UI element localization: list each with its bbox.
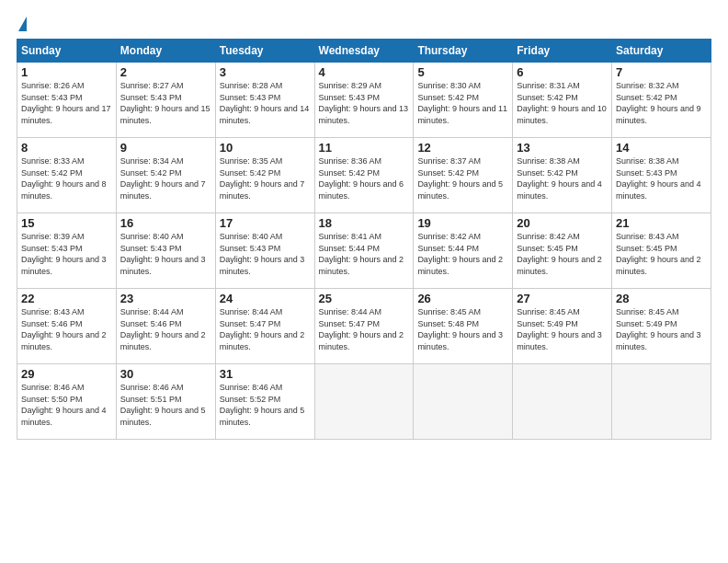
weekday-wednesday: Wednesday <box>314 40 414 63</box>
cell-info: Sunrise: 8:42 AMSunset: 5:45 PMDaylight:… <box>517 232 602 276</box>
calendar-cell: 11Sunrise: 8:36 AMSunset: 5:42 PMDayligh… <box>314 138 414 213</box>
week-row-1: 1Sunrise: 8:26 AMSunset: 5:43 PMDaylight… <box>17 63 711 138</box>
cell-info: Sunrise: 8:28 AMSunset: 5:43 PMDaylight:… <box>220 81 310 125</box>
cell-info: Sunrise: 8:45 AMSunset: 5:49 PMDaylight:… <box>616 307 701 351</box>
day-number: 9 <box>120 141 211 155</box>
calendar-cell: 24Sunrise: 8:44 AMSunset: 5:47 PMDayligh… <box>215 289 314 364</box>
logo <box>17 17 27 31</box>
cell-info: Sunrise: 8:36 AMSunset: 5:42 PMDaylight:… <box>319 156 404 201</box>
calendar-cell: 30Sunrise: 8:46 AMSunset: 5:51 PMDayligh… <box>116 364 215 440</box>
cell-info: Sunrise: 8:38 AMSunset: 5:42 PMDaylight:… <box>517 156 602 201</box>
calendar-cell <box>414 364 513 440</box>
calendar-cell: 29Sunrise: 8:46 AMSunset: 5:50 PMDayligh… <box>17 364 117 440</box>
day-number: 5 <box>417 65 508 79</box>
calendar-cell: 15Sunrise: 8:39 AMSunset: 5:43 PMDayligh… <box>17 213 117 289</box>
week-row-4: 22Sunrise: 8:43 AMSunset: 5:46 PMDayligh… <box>17 289 711 364</box>
cell-info: Sunrise: 8:37 AMSunset: 5:42 PMDaylight:… <box>417 156 503 201</box>
header <box>17 17 711 31</box>
calendar-cell: 20Sunrise: 8:42 AMSunset: 5:45 PMDayligh… <box>513 213 612 289</box>
calendar-cell <box>314 364 414 440</box>
weekday-friday: Friday <box>513 40 612 63</box>
calendar-cell <box>513 364 612 440</box>
calendar-cell: 8Sunrise: 8:33 AMSunset: 5:42 PMDaylight… <box>17 138 117 213</box>
day-number: 19 <box>417 216 508 230</box>
day-number: 20 <box>517 216 608 230</box>
cell-info: Sunrise: 8:39 AMSunset: 5:43 PMDaylight:… <box>21 232 107 276</box>
cell-info: Sunrise: 8:29 AMSunset: 5:43 PMDaylight:… <box>319 81 409 125</box>
calendar-cell: 28Sunrise: 8:45 AMSunset: 5:49 PMDayligh… <box>612 289 711 364</box>
cell-info: Sunrise: 8:43 AMSunset: 5:45 PMDaylight:… <box>616 232 701 276</box>
day-number: 1 <box>21 65 112 79</box>
calendar-cell: 25Sunrise: 8:44 AMSunset: 5:47 PMDayligh… <box>314 289 414 364</box>
calendar-cell: 23Sunrise: 8:44 AMSunset: 5:46 PMDayligh… <box>116 289 215 364</box>
weekday-header-row: SundayMondayTuesdayWednesdayThursdayFrid… <box>17 40 711 63</box>
day-number: 3 <box>220 65 311 79</box>
cell-info: Sunrise: 8:44 AMSunset: 5:46 PMDaylight:… <box>120 307 206 351</box>
calendar-cell: 19Sunrise: 8:42 AMSunset: 5:44 PMDayligh… <box>414 213 513 289</box>
calendar-cell: 2Sunrise: 8:27 AMSunset: 5:43 PMDaylight… <box>116 63 215 138</box>
day-number: 18 <box>319 216 410 230</box>
calendar-cell: 26Sunrise: 8:45 AMSunset: 5:48 PMDayligh… <box>414 289 513 364</box>
calendar-cell: 7Sunrise: 8:32 AMSunset: 5:42 PMDaylight… <box>612 63 711 138</box>
day-number: 24 <box>220 292 311 305</box>
page: SundayMondayTuesdayWednesdayThursdayFrid… <box>0 0 728 563</box>
day-number: 6 <box>517 65 608 79</box>
day-number: 11 <box>319 141 410 155</box>
day-number: 2 <box>120 65 211 79</box>
cell-info: Sunrise: 8:41 AMSunset: 5:44 PMDaylight:… <box>319 232 404 276</box>
calendar-cell: 18Sunrise: 8:41 AMSunset: 5:44 PMDayligh… <box>314 213 414 289</box>
day-number: 16 <box>120 216 211 230</box>
day-number: 31 <box>220 367 311 381</box>
day-number: 27 <box>517 292 608 305</box>
weekday-thursday: Thursday <box>414 40 513 63</box>
calendar: SundayMondayTuesdayWednesdayThursdayFrid… <box>17 39 711 440</box>
day-number: 8 <box>21 141 112 155</box>
cell-info: Sunrise: 8:27 AMSunset: 5:43 PMDaylight:… <box>120 81 210 125</box>
cell-info: Sunrise: 8:26 AMSunset: 5:43 PMDaylight:… <box>21 81 111 125</box>
day-number: 14 <box>616 141 707 155</box>
day-number: 4 <box>319 65 410 79</box>
calendar-cell: 12Sunrise: 8:37 AMSunset: 5:42 PMDayligh… <box>414 138 513 213</box>
day-number: 21 <box>616 216 707 230</box>
week-row-2: 8Sunrise: 8:33 AMSunset: 5:42 PMDaylight… <box>17 138 711 213</box>
cell-info: Sunrise: 8:31 AMSunset: 5:42 PMDaylight:… <box>517 81 607 125</box>
day-number: 29 <box>21 367 112 381</box>
day-number: 17 <box>220 216 311 230</box>
calendar-cell: 3Sunrise: 8:28 AMSunset: 5:43 PMDaylight… <box>215 63 314 138</box>
cell-info: Sunrise: 8:46 AMSunset: 5:50 PMDaylight:… <box>21 383 107 427</box>
calendar-cell: 10Sunrise: 8:35 AMSunset: 5:42 PMDayligh… <box>215 138 314 213</box>
week-row-3: 15Sunrise: 8:39 AMSunset: 5:43 PMDayligh… <box>17 213 711 289</box>
weekday-tuesday: Tuesday <box>215 40 314 63</box>
weekday-sunday: Sunday <box>17 40 117 63</box>
cell-info: Sunrise: 8:35 AMSunset: 5:42 PMDaylight:… <box>220 156 305 201</box>
day-number: 28 <box>616 292 707 305</box>
day-number: 12 <box>417 141 508 155</box>
cell-info: Sunrise: 8:32 AMSunset: 5:42 PMDaylight:… <box>616 81 701 125</box>
cell-info: Sunrise: 8:46 AMSunset: 5:52 PMDaylight:… <box>220 383 305 427</box>
day-number: 7 <box>616 65 707 79</box>
day-number: 22 <box>21 292 112 305</box>
calendar-cell: 13Sunrise: 8:38 AMSunset: 5:42 PMDayligh… <box>513 138 612 213</box>
calendar-cell: 27Sunrise: 8:45 AMSunset: 5:49 PMDayligh… <box>513 289 612 364</box>
cell-info: Sunrise: 8:33 AMSunset: 5:42 PMDaylight:… <box>21 156 107 201</box>
day-number: 15 <box>21 216 112 230</box>
week-row-5: 29Sunrise: 8:46 AMSunset: 5:50 PMDayligh… <box>17 364 711 440</box>
day-number: 30 <box>120 367 211 381</box>
calendar-cell: 5Sunrise: 8:30 AMSunset: 5:42 PMDaylight… <box>414 63 513 138</box>
calendar-cell: 4Sunrise: 8:29 AMSunset: 5:43 PMDaylight… <box>314 63 414 138</box>
cell-info: Sunrise: 8:40 AMSunset: 5:43 PMDaylight:… <box>120 232 206 276</box>
cell-info: Sunrise: 8:30 AMSunset: 5:42 PMDaylight:… <box>417 81 507 125</box>
calendar-cell: 16Sunrise: 8:40 AMSunset: 5:43 PMDayligh… <box>116 213 215 289</box>
day-number: 25 <box>319 292 410 305</box>
calendar-cell: 1Sunrise: 8:26 AMSunset: 5:43 PMDaylight… <box>17 63 117 138</box>
day-number: 23 <box>120 292 211 305</box>
cell-info: Sunrise: 8:45 AMSunset: 5:49 PMDaylight:… <box>517 307 602 351</box>
cell-info: Sunrise: 8:43 AMSunset: 5:46 PMDaylight:… <box>21 307 107 351</box>
cell-info: Sunrise: 8:46 AMSunset: 5:51 PMDaylight:… <box>120 383 206 427</box>
cell-info: Sunrise: 8:42 AMSunset: 5:44 PMDaylight:… <box>417 232 503 276</box>
cell-info: Sunrise: 8:38 AMSunset: 5:43 PMDaylight:… <box>616 156 701 201</box>
cell-info: Sunrise: 8:44 AMSunset: 5:47 PMDaylight:… <box>220 307 305 351</box>
cell-info: Sunrise: 8:34 AMSunset: 5:42 PMDaylight:… <box>120 156 206 201</box>
calendar-cell: 6Sunrise: 8:31 AMSunset: 5:42 PMDaylight… <box>513 63 612 138</box>
weekday-saturday: Saturday <box>612 40 711 63</box>
